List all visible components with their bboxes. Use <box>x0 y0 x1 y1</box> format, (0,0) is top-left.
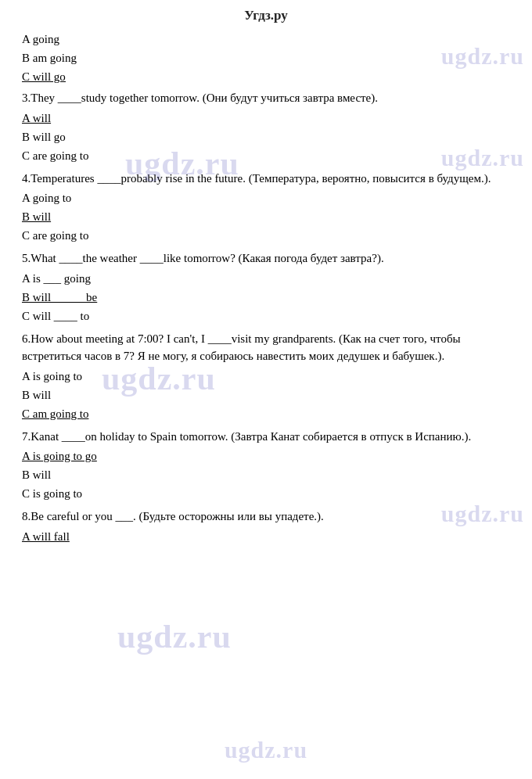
q7-option-a: A is going to go <box>22 447 510 465</box>
q6-option-b: B will <box>22 386 510 404</box>
watermark-5: ugdz.ru <box>117 618 232 655</box>
question-6: 6.How about meeting at 7:00? I can't, I … <box>22 330 510 423</box>
question-3: 3.They ____study together tomorrow. (Они… <box>22 89 510 165</box>
option-b-top: B am going <box>22 48 510 67</box>
question-7-text: 7.Kanat ____on holiday to Spain tomorrow… <box>22 428 510 446</box>
question-3-text: 3.They ____study together tomorrow. (Они… <box>22 89 510 107</box>
option-a-top: A going <box>22 30 510 48</box>
top-options: A going B am going C will go <box>22 30 510 86</box>
content-area: A going B am going C will go 3.They ____… <box>0 30 532 546</box>
q3-option-b: B will go <box>22 127 510 146</box>
q4-option-b: B will <box>22 207 510 226</box>
question-4-text: 4.Temperatures ____probably rise in the … <box>22 170 510 188</box>
q4-option-a: A going to <box>22 188 510 207</box>
q7-option-c: C is going to <box>22 484 510 503</box>
page-title: Угдз.ру <box>0 0 532 30</box>
question-8-text: 8.Be careful or you ___. (Будьте осторож… <box>22 508 510 526</box>
q5-option-a: A is ___ going <box>22 269 510 288</box>
q6-option-a: A is going to <box>22 367 510 386</box>
question-6-text: 6.How about meeting at 7:00? I can't, I … <box>22 330 510 365</box>
q3-option-c: C are going to <box>22 146 510 165</box>
question-8: 8.Be careful or you ___. (Будьте осторож… <box>22 508 510 546</box>
question-5-text: 5.What ____the weather ____like tomorrow… <box>22 249 510 267</box>
q8-option-a: A will fall <box>22 527 510 546</box>
question-5: 5.What ____the weather ____like tomorrow… <box>22 249 510 325</box>
q5-option-b: B will _____ be <box>22 288 510 307</box>
question-7: 7.Kanat ____on holiday to Spain tomorrow… <box>22 428 510 504</box>
question-4: 4.Temperatures ____probably rise in the … <box>22 170 510 246</box>
q7-option-b: B will <box>22 465 510 484</box>
q3-option-a: A will <box>22 109 510 127</box>
q5-option-c: C will ____ to <box>22 307 510 325</box>
q4-option-c: C are going to <box>22 226 510 245</box>
option-c-top: C will go <box>22 67 510 86</box>
watermark-6: ugdz.ru <box>225 737 307 763</box>
q6-option-c: C am going to <box>22 404 510 423</box>
